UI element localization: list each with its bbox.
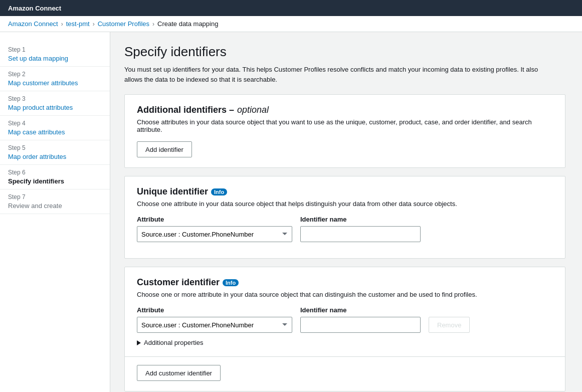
- add-customer-identifier-button[interactable]: Add customer identifier: [137, 365, 221, 381]
- additional-identifiers-title: Additional identifiers – optional: [137, 105, 553, 115]
- breadcrumb: Amazon Connect › test-pmt › Customer Pro…: [0, 16, 582, 32]
- sidebar-step-4[interactable]: Step 4 Map case attributes: [0, 116, 110, 140]
- additional-properties-toggle[interactable]: Additional properties: [137, 339, 553, 346]
- sidebar-step-6-label: Step 6: [8, 169, 102, 176]
- breadcrumb-sep-2: ›: [93, 21, 95, 28]
- customer-identifier-name-label: Identifier name: [300, 306, 421, 314]
- unique-identifier-title: Unique identifier Info: [137, 186, 553, 197]
- sidebar-step-1-label: Step 1: [8, 46, 102, 53]
- customer-identifier-title: Customer identifier Info: [137, 277, 553, 288]
- sidebar-step-7-label: Step 7: [8, 193, 102, 201]
- sidebar-step-5-label: Step 5: [8, 144, 102, 151]
- sidebar-step-3-label: Step 3: [8, 95, 102, 102]
- sidebar-step-1-link[interactable]: Set up data mapping: [8, 55, 102, 62]
- unique-identifier-info-badge[interactable]: Info: [211, 188, 227, 195]
- unique-identifier-name-group: Identifier name: [300, 216, 421, 242]
- customer-identifier-attribute-select[interactable]: Source.user : Customer.PhoneNumber: [137, 317, 292, 333]
- sidebar-step-1[interactable]: Step 1 Set up data mapping: [0, 42, 110, 67]
- add-identifier-button[interactable]: Add identifier: [137, 141, 192, 157]
- additional-properties-label: Additional properties: [144, 339, 204, 346]
- unique-identifier-attribute-group: Attribute Source.user : Customer.PhoneNu…: [137, 216, 292, 242]
- sidebar-step-5-link[interactable]: Map order attributes: [8, 153, 102, 160]
- app-logo: Amazon Connect: [8, 5, 61, 12]
- breadcrumb-sep-1: ›: [61, 21, 63, 28]
- sidebar-step-2[interactable]: Step 2 Map customer attributes: [0, 67, 110, 91]
- customer-identifier-description: Choose one or more attribute in your dat…: [137, 291, 553, 298]
- customer-identifier-name-group: Identifier name: [300, 306, 421, 333]
- breadcrumb-customer-profiles[interactable]: Customer Profiles: [98, 20, 149, 28]
- unique-identifier-name-label: Identifier name: [300, 216, 421, 223]
- triangle-icon: [137, 340, 141, 345]
- main-content: Specify identifiers You must set up iden…: [110, 32, 582, 392]
- unique-identifier-attribute-select-wrapper: Source.user : Customer.PhoneNumber: [137, 226, 292, 242]
- breadcrumb-current: Create data mapping: [157, 20, 218, 28]
- breadcrumb-sep-3: ›: [152, 21, 154, 28]
- unique-identifier-attribute-label: Attribute: [137, 216, 292, 223]
- unique-identifier-name-input[interactable]: [300, 226, 421, 242]
- customer-identifier-attribute-group: Attribute Source.user : Customer.PhoneNu…: [137, 306, 292, 333]
- sidebar-step-7: Step 7 Review and create: [0, 189, 110, 214]
- breadcrumb-test-pmt[interactable]: test-pmt: [66, 20, 90, 28]
- customer-identifier-form-row: Attribute Source.user : Customer.PhoneNu…: [137, 306, 553, 333]
- unique-identifier-form-row: Attribute Source.user : Customer.PhoneNu…: [137, 216, 553, 242]
- customer-identifier-title-text: Customer identifier: [137, 277, 220, 288]
- page-title: Specify identifiers: [124, 44, 568, 60]
- sidebar-step-2-link[interactable]: Map customer attributes: [8, 79, 102, 87]
- customer-identifier-attribute-select-wrapper: Source.user : Customer.PhoneNumber: [137, 317, 292, 333]
- sidebar-step-6-link[interactable]: Specify identifiers: [8, 177, 102, 185]
- top-nav: Amazon Connect: [0, 0, 582, 16]
- layout: Step 1 Set up data mapping Step 2 Map cu…: [0, 32, 582, 392]
- breadcrumb-amazon-connect[interactable]: Amazon Connect: [8, 20, 58, 28]
- customer-identifier-section: Customer identifier Info Choose one or m…: [124, 267, 565, 391]
- additional-identifiers-optional: optional: [237, 105, 269, 115]
- sidebar-step-6[interactable]: Step 6 Specify identifiers: [0, 165, 110, 189]
- sidebar-step-4-link[interactable]: Map case attributes: [8, 128, 102, 136]
- sidebar-step-7-link: Review and create: [8, 202, 102, 210]
- customer-identifier-info-badge[interactable]: Info: [223, 279, 239, 286]
- sidebar-step-4-label: Step 4: [8, 120, 102, 127]
- sidebar-step-2-label: Step 2: [8, 71, 102, 78]
- section-divider: [125, 356, 565, 357]
- sidebar: Step 1 Set up data mapping Step 2 Map cu…: [0, 32, 110, 392]
- customer-identifier-name-input[interactable]: [300, 317, 421, 333]
- customer-identifier-attribute-label: Attribute: [137, 306, 292, 314]
- page-description: You must set up identifiers for your dat…: [124, 65, 555, 84]
- sidebar-step-3-link[interactable]: Map product attributes: [8, 104, 102, 111]
- sidebar-step-5[interactable]: Step 5 Map order attributes: [0, 140, 110, 165]
- unique-identifier-section: Unique identifier Info Choose one attrib…: [124, 176, 565, 259]
- unique-identifier-attribute-select[interactable]: Source.user : Customer.PhoneNumber: [137, 226, 292, 242]
- sidebar-step-3[interactable]: Step 3 Map product attributes: [0, 91, 110, 116]
- additional-identifiers-title-text: Additional identifiers –: [137, 105, 234, 115]
- additional-identifiers-description: Choose attributes in your data source ob…: [137, 118, 553, 133]
- customer-identifier-remove-button[interactable]: Remove: [429, 317, 470, 333]
- customer-identifier-remove-group: Remove: [429, 317, 470, 333]
- unique-identifier-title-text: Unique identifier: [137, 186, 208, 197]
- unique-identifier-description: Choose one attribute in your data source…: [137, 200, 553, 208]
- additional-identifiers-section: Additional identifiers – optional Choose…: [124, 94, 565, 168]
